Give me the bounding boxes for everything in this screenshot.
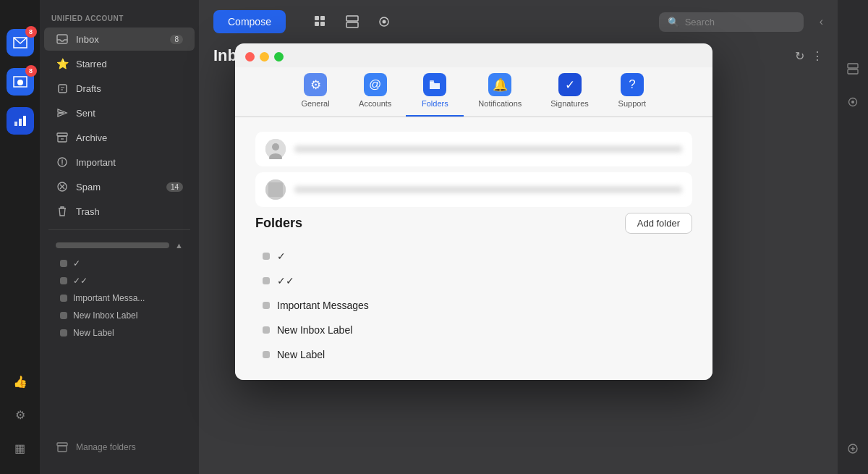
folder-dot-4 — [60, 312, 67, 319]
account-avatar-1 — [265, 139, 286, 159]
search-bar[interactable]: 🔍 — [659, 12, 804, 32]
archive-icon — [56, 131, 69, 144]
folder-check2-label: ✓✓ — [73, 276, 88, 286]
tab-folders[interactable]: Folders — [406, 67, 464, 117]
refresh-icon[interactable]: ↻ — [795, 49, 804, 63]
sidebar-drafts-label: Drafts — [76, 83, 183, 94]
account-item-1[interactable] — [255, 132, 692, 166]
tab-signatures[interactable]: ✓ Signatures — [536, 67, 603, 117]
folder-list-new-label-label: New Label — [277, 349, 325, 360]
manage-folders-button[interactable]: Manage folders — [44, 436, 195, 459]
folder-new-inbox-label-label: New Inbox Label — [73, 310, 137, 321]
folders-section-header: Folders Add folder — [255, 213, 692, 234]
tab-notifications[interactable]: 🔔 Notifications — [464, 67, 536, 117]
folder-list-check1-label: ✓ — [277, 250, 286, 262]
sidebar-divider — [48, 229, 190, 230]
settings-header-icon[interactable] — [373, 10, 396, 33]
chart-app-icon[interactable] — [7, 107, 34, 135]
sidebar-folder-check1[interactable]: ✓ — [44, 255, 195, 272]
right-rail — [838, 0, 868, 474]
modal-body: Folders Add folder ✓ ✓✓ Important Messag… — [235, 117, 712, 380]
grid-rail-icon[interactable]: ▦ — [9, 436, 32, 460]
sidebar-folder-new-label[interactable]: New Label — [44, 324, 195, 342]
sidebar-item-drafts[interactable]: Drafts — [44, 77, 195, 100]
svg-rect-17 — [346, 16, 358, 21]
general-tab-icon: ⚙ — [304, 73, 327, 96]
sidebar-item-starred[interactable]: ⭐ Starred — [44, 52, 195, 75]
folder-list-check2-label: ✓✓ — [277, 275, 294, 287]
settings-rail-icon[interactable]: ⚙ — [9, 403, 32, 426]
folder-list-dot-4 — [263, 326, 270, 334]
more-options-icon[interactable]: ⋮ — [812, 49, 823, 63]
folder-list-dot-1 — [263, 253, 270, 260]
tab-accounts[interactable]: @ Accounts — [344, 67, 406, 117]
tab-support[interactable]: ? Support — [603, 67, 661, 117]
svg-rect-6 — [59, 85, 67, 93]
mail-badge-2: 8 — [25, 65, 37, 77]
rail-bottom-icons: 👍 ⚙ ▦ — [9, 370, 32, 474]
accounts-tab-icon: @ — [364, 73, 387, 96]
sidebar-item-trash[interactable]: Trash — [44, 200, 195, 223]
svg-rect-5 — [57, 35, 67, 43]
trash-icon — [56, 205, 69, 218]
folders-list: ✓ ✓✓ Important Messages New Inbox Label … — [255, 245, 692, 365]
drafts-icon — [56, 82, 69, 95]
sidebar-item-archive[interactable]: Archive — [44, 126, 195, 149]
star-icon: ⭐ — [56, 57, 69, 70]
svg-point-23 — [272, 143, 279, 151]
inbox-action-buttons: ↻ ⋮ — [795, 49, 823, 63]
right-rail-settings-icon[interactable] — [842, 91, 864, 113]
settings-modal: ⚙ General @ Accounts Folders 🔔 Notificat… — [235, 43, 712, 380]
account-item-2[interactable] — [255, 172, 692, 207]
folder-collapse-icon[interactable]: ▲ — [175, 241, 183, 250]
search-input[interactable] — [685, 17, 795, 27]
icon-rail: 8 8 👍 ⚙ ▦ — [0, 0, 40, 474]
maximize-traffic-light[interactable] — [274, 52, 284, 62]
mail-badge-1: 8 — [25, 26, 37, 38]
folder-list-item-new-label[interactable]: New Label — [255, 344, 692, 365]
svg-rect-26 — [268, 182, 283, 197]
sidebar-bottom: Manage folders — [40, 435, 199, 474]
sidebar-folder-important-messages[interactable]: Important Messa... — [44, 289, 195, 307]
folder-list-item-important-messages[interactable]: Important Messages — [255, 295, 692, 316]
folders-title: Folders — [255, 216, 625, 231]
folder-check1-label: ✓ — [73, 258, 80, 268]
sidebar-item-important[interactable]: Important — [44, 151, 195, 174]
sidebar-item-sent[interactable]: Sent — [44, 101, 195, 124]
minimize-traffic-light[interactable] — [260, 52, 269, 62]
sidebar-folder-check2[interactable]: ✓✓ — [44, 272, 195, 289]
sidebar-item-inbox[interactable]: Inbox 8 — [44, 27, 195, 51]
sidebar-collapse-button[interactable]: ‹ — [820, 15, 823, 28]
sidebar-item-spam[interactable]: Spam 14 — [44, 175, 195, 198]
folder-dot-3 — [60, 295, 67, 302]
compose-button[interactable]: Compose — [213, 10, 286, 33]
layout-view-icon[interactable] — [341, 10, 364, 33]
folder-dot-1 — [60, 260, 67, 267]
close-traffic-light[interactable] — [245, 52, 255, 62]
folder-list-item-check2[interactable]: ✓✓ — [255, 270, 692, 292]
svg-rect-21 — [430, 80, 434, 82]
right-rail-bottom-icon[interactable] — [842, 438, 864, 460]
thumbs-icon[interactable]: 👍 — [9, 370, 32, 393]
svg-point-1 — [17, 80, 23, 85]
folder-important-messages-label: Important Messa... — [73, 293, 145, 303]
inbox-icon — [56, 33, 69, 46]
add-folder-button[interactable]: Add folder — [625, 213, 692, 234]
folders-tab-label: Folders — [422, 99, 448, 108]
folder-section-header: ▲ — [44, 237, 195, 254]
svg-rect-15 — [315, 22, 319, 26]
account-info-2 — [294, 186, 682, 193]
folder-dot-5 — [60, 329, 67, 337]
sidebar: UNIFIED ACCOUNT Inbox 8 ⭐ Starred Drafts — [40, 0, 199, 474]
mail-app-icon-1[interactable]: 8 — [7, 29, 34, 56]
right-rail-layout-icon[interactable] — [842, 58, 864, 80]
svg-rect-3 — [19, 119, 22, 126]
folder-list-item-new-inbox-label[interactable]: New Inbox Label — [255, 319, 692, 341]
right-rail-bottom — [842, 438, 864, 474]
folder-list-item-check1[interactable]: ✓ — [255, 245, 692, 267]
account-avatar-2 — [265, 179, 286, 200]
sidebar-folder-new-inbox-label[interactable]: New Inbox Label — [44, 307, 195, 324]
mail-app-icon-2[interactable]: 8 — [7, 68, 34, 96]
grid-view-icon[interactable] — [309, 10, 332, 33]
tab-general[interactable]: ⚙ General — [286, 67, 344, 117]
